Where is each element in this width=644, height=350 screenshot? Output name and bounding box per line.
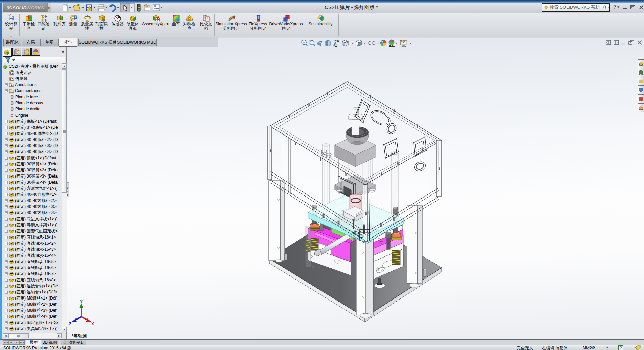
svg-text:Z: Z	[69, 322, 71, 326]
svg-text:!: !	[89, 7, 90, 11]
svg-text:?: ?	[545, 6, 547, 8]
svg-text:Y: Y	[80, 300, 83, 304]
svg-text:WORKS: WORKS	[26, 5, 44, 11]
svg-text:A: A	[11, 84, 13, 86]
svg-text:∃S: ∃S	[6, 5, 12, 11]
svg-text:X: X	[91, 322, 94, 326]
svg-text:?: ?	[620, 346, 622, 350]
svg-text:SOLID: SOLID	[13, 5, 27, 11]
